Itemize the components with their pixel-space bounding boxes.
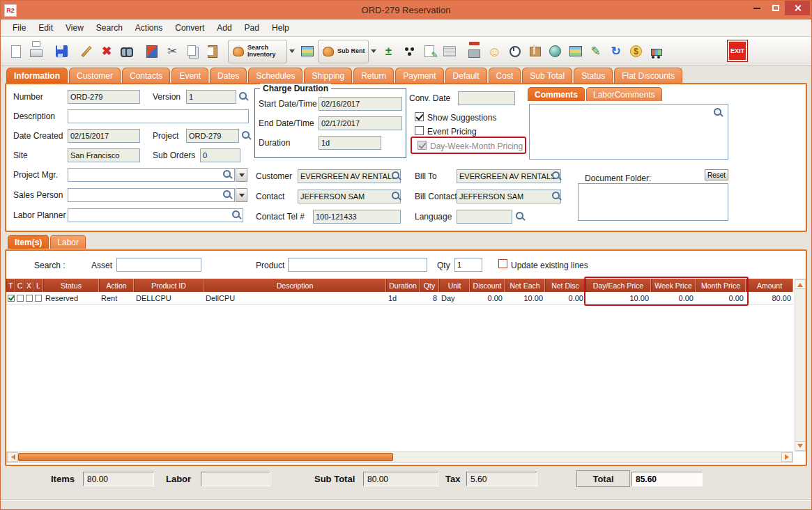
save-button[interactable]	[52, 40, 71, 63]
menu-file[interactable]: File	[6, 21, 32, 35]
globe-button[interactable]	[546, 40, 565, 63]
project-field[interactable]	[186, 129, 239, 143]
col-duration[interactable]: Duration	[386, 279, 420, 292]
update-existing-lines-checkbox[interactable]	[498, 259, 507, 268]
horizontal-scroll-thumb[interactable]	[18, 453, 393, 461]
tab-labor-comments[interactable]: LaborComments	[586, 87, 662, 101]
tab-payment[interactable]: Payment	[395, 68, 443, 83]
contact-field[interactable]	[298, 190, 401, 203]
menu-convert[interactable]: Convert	[169, 21, 210, 35]
row-c-checkbox[interactable]	[17, 295, 24, 302]
tab-default[interactable]: Default	[445, 68, 487, 83]
project-mgr-search-icon[interactable]	[222, 169, 232, 179]
tab-dates[interactable]: Dates	[210, 68, 247, 83]
col-net-each[interactable]: Net Each	[505, 279, 545, 292]
menu-edit[interactable]: Edit	[32, 21, 59, 35]
tab-contacts[interactable]: Contacts	[122, 68, 170, 83]
refresh-button[interactable]: ↻	[606, 40, 626, 63]
reset-button[interactable]: Reset	[705, 169, 728, 180]
pad-button[interactable]	[298, 40, 317, 63]
customer-field[interactable]	[298, 169, 401, 183]
bill-to-search-icon[interactable]	[551, 171, 561, 180]
menu-pad[interactable]: Pad	[238, 21, 266, 35]
event-pricing-checkbox[interactable]	[415, 126, 424, 135]
bill-to-field[interactable]	[457, 169, 561, 183]
show-suggestions-checkbox[interactable]	[415, 112, 424, 121]
col-c[interactable]: C	[15, 279, 24, 292]
col-amount[interactable]: Amount	[746, 279, 793, 292]
serialized-button[interactable]	[399, 40, 419, 63]
asset-input[interactable]	[116, 258, 201, 272]
horizontal-scrollbar[interactable]	[6, 451, 793, 463]
paste-button[interactable]	[203, 40, 222, 63]
document-folder-box[interactable]	[578, 183, 728, 221]
col-day-each-price[interactable]: Day/Each Price	[585, 279, 651, 292]
edit-button[interactable]	[77, 40, 96, 63]
tax-field[interactable]	[466, 472, 537, 486]
project-search-icon[interactable]	[241, 130, 251, 140]
language-search-icon[interactable]	[515, 211, 525, 221]
tab-sub-total[interactable]: Sub Total	[522, 68, 572, 83]
site-field[interactable]	[68, 148, 140, 162]
col-x[interactable]: X	[24, 279, 33, 292]
sub-rent-button[interactable]: Sub Rent	[318, 40, 369, 63]
number-field[interactable]	[68, 90, 140, 104]
comments-search-icon[interactable]	[713, 107, 723, 117]
row-t-checkbox[interactable]	[8, 295, 15, 302]
col-week-price[interactable]: Week Price	[651, 279, 696, 292]
col-net-disc[interactable]: Net Disc	[545, 279, 585, 292]
tab-customer[interactable]: Customer	[69, 68, 121, 83]
convert-button[interactable]	[142, 40, 162, 63]
end-datetime-field[interactable]	[319, 116, 402, 130]
items-total-field[interactable]	[83, 472, 154, 486]
sales-person-search-icon[interactable]	[222, 190, 232, 199]
duration-field[interactable]	[319, 136, 381, 150]
comments-textarea[interactable]	[529, 104, 728, 160]
print-button[interactable]	[26, 40, 46, 63]
menu-help[interactable]: Help	[266, 21, 296, 35]
tab-information[interactable]: Information	[6, 68, 68, 83]
tab-return[interactable]: Return	[353, 68, 394, 83]
contact-search-icon[interactable]	[391, 191, 401, 201]
scroll-right-button[interactable]	[781, 452, 792, 462]
tab-items[interactable]: Item(s)	[8, 235, 49, 249]
col-qty[interactable]: Qty	[420, 279, 439, 292]
conv-date-field[interactable]	[458, 91, 515, 105]
schedule-button[interactable]	[505, 40, 525, 63]
search-inventory-button[interactable]: Search Inventory	[228, 40, 287, 63]
new-button[interactable]	[6, 40, 26, 63]
project-mgr-dropdown[interactable]	[236, 168, 247, 182]
tab-comments[interactable]: Comments	[528, 87, 585, 101]
contact-tel-field[interactable]	[313, 210, 401, 224]
total-field[interactable]	[631, 472, 703, 486]
col-description[interactable]: Description	[204, 279, 386, 292]
maximize-button[interactable]	[766, 1, 785, 15]
col-t[interactable]: T	[6, 279, 15, 292]
cut-button[interactable]: ✂	[162, 40, 182, 63]
qty-input[interactable]	[454, 258, 482, 272]
sub-rent-dropdown[interactable]	[369, 41, 378, 62]
customer-search-icon[interactable]	[391, 171, 401, 180]
grid-button[interactable]	[440, 40, 459, 63]
tab-flat-discounts[interactable]: Flat Discounts	[614, 68, 682, 83]
row-x-checkbox[interactable]	[26, 295, 33, 302]
product-input[interactable]	[288, 258, 427, 272]
spreadsheet-button[interactable]	[566, 40, 585, 63]
menu-actions[interactable]: Actions	[129, 21, 169, 35]
payment-button[interactable]: $	[627, 40, 646, 63]
tab-cost[interactable]: Cost	[489, 68, 521, 83]
bill-contact-field[interactable]	[457, 190, 561, 203]
menu-search[interactable]: Search	[90, 21, 129, 35]
scroll-left-button[interactable]	[7, 452, 18, 462]
scroll-down-button[interactable]	[795, 441, 806, 451]
sub-orders-field[interactable]	[200, 148, 240, 162]
exit-button[interactable]: EXIT	[728, 40, 747, 61]
row-l-checkbox[interactable]	[35, 295, 42, 302]
bill-contact-search-icon[interactable]	[551, 191, 561, 201]
col-product-id[interactable]: Product ID	[134, 279, 204, 292]
vertical-scrollbar[interactable]	[795, 279, 806, 451]
labor-total-field[interactable]	[201, 472, 270, 486]
minimize-button[interactable]	[747, 1, 766, 15]
customer-button[interactable]: ☺	[485, 40, 505, 63]
menu-view[interactable]: View	[59, 21, 90, 35]
